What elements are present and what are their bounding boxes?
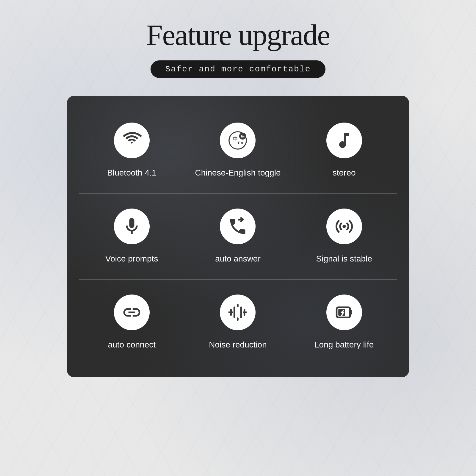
feature-cell-battery: Long battery life [291, 280, 397, 366]
feature-cell-auto-answer: auto answer [185, 194, 291, 280]
link-icon [122, 302, 142, 322]
microphone-icon [122, 216, 142, 237]
signal-icon-circle [326, 209, 362, 244]
language-label: Chinese-English toggle [195, 167, 281, 178]
svg-rect-16 [350, 310, 352, 314]
wifi-icon [122, 130, 142, 151]
svg-rect-8 [234, 306, 235, 318]
noise-icon [228, 302, 248, 322]
signal-icon [334, 216, 354, 237]
svg-text:中: 中 [233, 136, 238, 142]
feature-cell-bluetooth: Bluetooth 4.1 [79, 108, 185, 194]
svg-rect-7 [237, 317, 239, 321]
feature-cell-signal: Signal is stable [291, 194, 397, 280]
music-icon [334, 130, 354, 151]
noise-label: Noise reduction [209, 339, 267, 350]
phone-icon [228, 216, 248, 237]
feature-cell-stereo: stereo [291, 108, 397, 194]
language-icon: 中 En En [228, 130, 248, 151]
stereo-icon-circle [326, 123, 362, 158]
auto-answer-icon-circle [220, 209, 256, 244]
language-icon-circle: 中 En En [220, 123, 256, 158]
feature-cell-voice: Voice prompts [79, 194, 185, 280]
bluetooth-label: Bluetooth 4.1 [107, 167, 156, 178]
stereo-label: stereo [333, 167, 356, 178]
svg-rect-9 [240, 306, 242, 318]
feature-cell-noise: Noise reduction [185, 280, 291, 366]
battery-icon-circle [326, 295, 362, 330]
feature-cell-language: 中 En En Chinese-English toggle [185, 108, 291, 194]
battery-label: Long battery life [314, 339, 374, 350]
bluetooth-icon-circle [114, 123, 150, 158]
svg-rect-6 [237, 304, 239, 307]
svg-text:En: En [238, 141, 243, 145]
signal-label: Signal is stable [316, 253, 372, 264]
voice-icon-circle [114, 209, 150, 244]
auto-connect-label: auto connect [108, 339, 156, 350]
voice-label: Voice prompts [105, 253, 158, 264]
subtitle-badge: Safer and more comfortable [151, 60, 326, 78]
auto-connect-icon-circle [114, 295, 150, 330]
feature-grid: Bluetooth 4.1 中 En En Chinese-English to… [79, 108, 397, 365]
svg-point-5 [342, 225, 346, 228]
feature-cell-auto-connect: auto connect [79, 280, 185, 366]
battery-icon [334, 302, 354, 322]
noise-icon-circle [220, 295, 256, 330]
svg-text:En: En [241, 134, 245, 138]
auto-answer-label: auto answer [215, 253, 261, 264]
feature-grid-container: Bluetooth 4.1 中 En En Chinese-English to… [67, 96, 409, 377]
page-title: Feature upgrade [146, 18, 330, 52]
